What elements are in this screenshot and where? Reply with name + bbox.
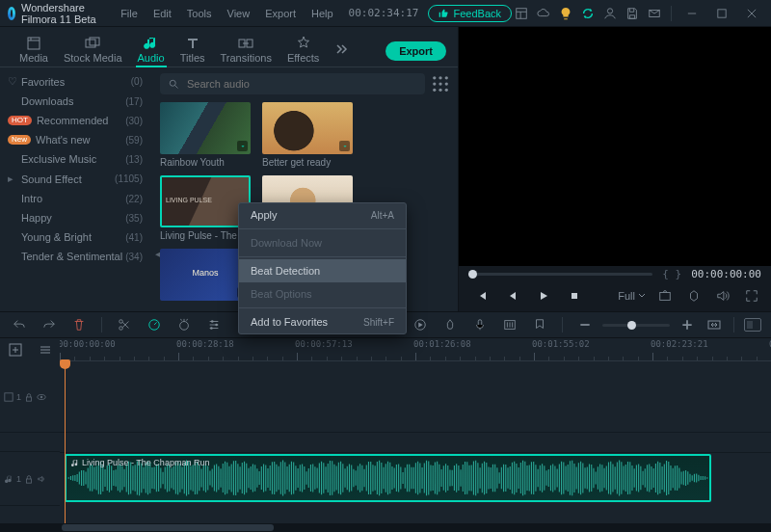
sidebar-intro[interactable]: Intro(22) xyxy=(0,189,152,208)
svg-point-11 xyxy=(439,76,441,79)
svg-rect-34 xyxy=(27,397,32,401)
sidebar-tender-sentimental[interactable]: Tender & Sentimental(34) xyxy=(0,247,152,266)
marker-icon[interactable] xyxy=(684,286,704,306)
preview-progress[interactable] xyxy=(468,273,652,276)
timeline-playhead[interactable] xyxy=(65,361,66,523)
tips-icon[interactable] xyxy=(556,4,575,23)
track-add-icon[interactable] xyxy=(8,342,23,358)
audio-card[interactable]: Rainbow Youth xyxy=(160,102,251,168)
sidebar-happy[interactable]: Happy(35) xyxy=(0,208,152,227)
sidebar-whats-new[interactable]: NewWhat's new(59) xyxy=(0,130,152,149)
svg-point-25 xyxy=(211,320,214,323)
timeline-ruler[interactable]: 00:00:00:0000:00:28:1800:00:57:1300:01:2… xyxy=(60,338,771,361)
sidebar-sound-effect[interactable]: ▸Sound Effect(1105) xyxy=(0,169,152,189)
snapshot-icon[interactable] xyxy=(655,286,675,306)
audio-card-selected[interactable]: Living Pulse - The Chapman Run xyxy=(160,175,251,241)
search-input-wrap[interactable] xyxy=(160,73,425,94)
download-icon[interactable] xyxy=(237,141,248,151)
play-icon[interactable] xyxy=(534,286,553,306)
sidebar-favorites[interactable]: ♡Favorites(0) xyxy=(0,71,152,92)
menu-export[interactable]: Export xyxy=(259,6,302,21)
chevron-right-icon: ▸ xyxy=(8,173,16,185)
tab-media[interactable]: Media xyxy=(12,33,56,66)
sidebar-recommended[interactable]: HOTRecommended(30) xyxy=(0,111,152,130)
crop-icon[interactable] xyxy=(174,315,194,334)
zoom-fit-icon[interactable] xyxy=(705,315,724,334)
zoom-in-icon[interactable] xyxy=(678,315,697,334)
lock-icon[interactable] xyxy=(24,474,34,484)
audio-track-header[interactable]: 1 xyxy=(0,452,60,506)
account-icon[interactable] xyxy=(600,4,620,23)
close-button[interactable] xyxy=(738,4,765,23)
ctx-add-favorites[interactable]: Add to FavoritesShift+F xyxy=(239,310,406,333)
maximize-button[interactable] xyxy=(708,4,735,23)
lock-icon[interactable] xyxy=(24,392,34,402)
mute-icon[interactable] xyxy=(37,474,46,484)
audio-card[interactable]: Better get ready xyxy=(262,102,353,168)
tab-audio[interactable]: Audio xyxy=(130,33,173,66)
tab-stock-media[interactable]: Stock Media xyxy=(56,33,130,66)
svg-point-24 xyxy=(180,322,189,331)
search-input[interactable] xyxy=(185,77,417,91)
adjust-icon[interactable] xyxy=(204,315,224,334)
preview-quality-select[interactable]: Full xyxy=(618,290,646,302)
redo-icon[interactable] xyxy=(40,315,59,334)
menu-help[interactable]: Help xyxy=(306,6,339,21)
feedback-button[interactable]: FeedBack xyxy=(428,5,512,22)
timeline-overview[interactable] xyxy=(744,318,761,332)
mail-icon[interactable] xyxy=(645,4,664,23)
delete-icon[interactable] xyxy=(69,315,89,334)
sidebar-downloads[interactable]: Downloads(17) xyxy=(0,92,152,111)
timeline-scrollbar[interactable] xyxy=(0,523,771,532)
sidebar-young-bright[interactable]: Young & Bright(41) xyxy=(0,227,152,247)
undo-icon[interactable] xyxy=(10,315,29,334)
timeline-lanes[interactable]: Living Pulse - The Chapman Run xyxy=(60,361,771,523)
fullscreen-icon[interactable] xyxy=(742,286,761,306)
download-icon[interactable] xyxy=(339,141,350,151)
preview-viewport[interactable] xyxy=(459,27,771,266)
video-track-header[interactable]: 1 xyxy=(0,361,60,433)
tab-effects[interactable]: Effects xyxy=(279,33,327,66)
svg-point-13 xyxy=(433,82,436,85)
stop-icon[interactable] xyxy=(565,286,584,306)
link-icon xyxy=(4,392,13,402)
split-icon[interactable] xyxy=(115,315,134,334)
menu-edit[interactable]: Edit xyxy=(147,6,177,21)
svg-rect-6 xyxy=(90,38,99,45)
menu-file[interactable]: File xyxy=(115,6,144,21)
ctx-apply[interactable]: ApplyAlt+A xyxy=(239,203,406,226)
eye-icon[interactable] xyxy=(37,392,46,402)
audio-card[interactable] xyxy=(160,249,251,304)
record-icon[interactable] xyxy=(440,315,460,334)
sidebar-exclusive-music[interactable]: Exclusive Music(13) xyxy=(0,149,152,169)
grid-view-icon[interactable] xyxy=(431,74,450,93)
ctx-beat-detection[interactable]: Beat Detection xyxy=(239,259,406,282)
track-options-icon[interactable] xyxy=(38,342,53,358)
render-icon[interactable] xyxy=(411,315,430,334)
tab-transitions[interactable]: Transitions xyxy=(213,33,279,66)
speed-icon[interactable] xyxy=(145,315,164,334)
svg-point-26 xyxy=(215,324,218,327)
minimize-button[interactable] xyxy=(678,4,705,23)
zoom-out-icon[interactable] xyxy=(575,315,595,334)
tab-titles[interactable]: Titles xyxy=(173,33,213,66)
menu-view[interactable]: View xyxy=(222,6,256,21)
marker-add-icon[interactable] xyxy=(530,315,549,334)
cloud-icon[interactable] xyxy=(534,4,553,23)
mixer-icon[interactable] xyxy=(500,315,519,334)
volume-icon[interactable] xyxy=(713,286,732,306)
play-backward-icon[interactable] xyxy=(503,286,522,306)
menu-tools[interactable]: Tools xyxy=(181,6,218,21)
video-lane[interactable] xyxy=(60,361,771,433)
save-icon[interactable] xyxy=(623,4,642,23)
audio-clip[interactable]: Living Pulse - The Chapman Run xyxy=(65,454,711,502)
zoom-slider[interactable] xyxy=(602,324,670,327)
tabs-more-icon[interactable] xyxy=(329,36,356,63)
voiceover-icon[interactable] xyxy=(470,315,490,334)
audio-lane[interactable]: Living Pulse - The Chapman Run xyxy=(60,452,771,506)
prev-frame-icon[interactable] xyxy=(472,286,492,306)
layout-icon[interactable] xyxy=(512,4,531,23)
svg-point-22 xyxy=(120,327,123,331)
export-button[interactable]: Export xyxy=(386,41,446,61)
updates-icon[interactable] xyxy=(578,4,598,23)
